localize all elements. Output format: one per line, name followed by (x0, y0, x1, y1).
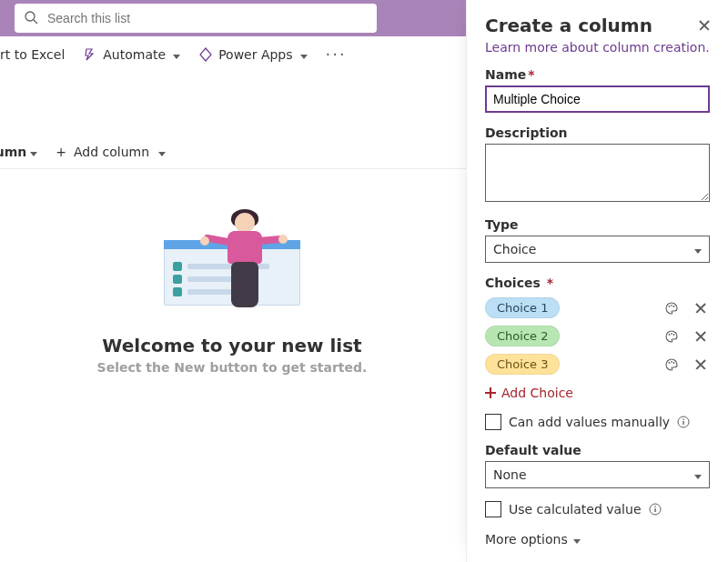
choices-label: Choices * (485, 276, 710, 290)
chevron-down-icon (158, 145, 166, 159)
add-choice-button[interactable]: Add Choice (485, 386, 573, 400)
type-value: Choice (493, 242, 536, 256)
svg-rect-12 (682, 421, 683, 425)
empty-state: Welcome to your new list Select the New … (0, 209, 464, 375)
plus-icon (485, 387, 496, 398)
automate-label: Automate (103, 47, 166, 62)
svg-point-8 (669, 362, 671, 364)
use-calculated-label: Use calculated value (509, 502, 642, 517)
add-choice-label: Add Choice (501, 386, 573, 400)
choice-pill[interactable]: Choice 1 (485, 297, 560, 318)
more-commands-button[interactable]: ··· (318, 45, 354, 64)
export-label: rt to Excel (0, 47, 65, 62)
svg-point-3 (671, 304, 672, 306)
flow-icon (83, 47, 97, 62)
remove-choice-button[interactable] (692, 327, 710, 346)
svg-point-9 (671, 360, 672, 362)
chevron-down-icon (173, 47, 180, 62)
remove-choice-button[interactable] (692, 356, 710, 374)
svg-point-10 (673, 362, 675, 364)
learn-more-link[interactable]: Learn more about column creation. (485, 40, 710, 55)
chevron-down-icon (694, 467, 702, 482)
empty-title: Welcome to your new list (102, 335, 361, 356)
powerapps-icon (198, 47, 213, 62)
svg-point-4 (673, 306, 675, 307)
choices-field: Choices * Choice 1Choice 2Choice 3 Add C… (485, 276, 710, 401)
chevron-down-icon (694, 242, 702, 256)
close-panel-button[interactable] (693, 15, 715, 36)
panel-title: Create a column (485, 15, 710, 36)
choice-row: Choice 2 (485, 326, 710, 346)
can-add-values-label: Can add values manually (509, 415, 670, 429)
more-options-toggle[interactable]: More options (485, 532, 581, 547)
svg-rect-16 (654, 506, 655, 507)
empty-subtitle: Select the New button to get started. (97, 360, 368, 375)
add-column-label: Add column (74, 145, 149, 159)
default-value-field: Default value None (485, 443, 710, 488)
chevron-down-icon (573, 532, 581, 547)
svg-point-5 (669, 334, 671, 336)
use-calculated-checkbox[interactable] (485, 501, 501, 517)
info-icon[interactable] (649, 503, 662, 516)
svg-point-0 (25, 12, 35, 21)
empty-illustration (164, 209, 300, 327)
close-icon (694, 302, 707, 315)
search-input[interactable] (46, 10, 373, 26)
column-header-column[interactable]: Column (0, 137, 46, 166)
choice-row: Choice 3 (485, 354, 710, 375)
powerapps-label: Power Apps (218, 47, 292, 62)
add-column-button[interactable]: + Add column (46, 137, 175, 166)
export-to-excel-button[interactable]: rt to Excel (0, 40, 72, 69)
default-value: None (493, 467, 527, 482)
description-field: Description (485, 125, 710, 205)
name-field: Name* (485, 67, 710, 113)
svg-line-1 (34, 20, 37, 24)
svg-point-7 (673, 334, 675, 336)
info-icon[interactable] (677, 416, 690, 428)
automate-button[interactable]: Automate (76, 40, 187, 69)
can-add-values-checkbox[interactable] (485, 414, 501, 430)
description-input[interactable] (485, 144, 710, 202)
choice-pill[interactable]: Choice 2 (485, 326, 560, 346)
close-icon (694, 330, 707, 343)
column-header-label: Column (0, 145, 26, 159)
svg-rect-13 (682, 418, 683, 419)
can-add-values-row: Can add values manually (485, 414, 710, 430)
type-select[interactable]: Choice (485, 236, 710, 263)
description-label: Description (485, 125, 710, 140)
remove-choice-button[interactable] (692, 299, 710, 317)
name-label: Name* (485, 67, 710, 82)
svg-rect-15 (654, 508, 655, 512)
default-value-select[interactable]: None (485, 461, 710, 488)
search-icon (24, 10, 38, 27)
close-icon (698, 19, 711, 32)
create-column-panel: Create a column Learn more about column … (466, 0, 728, 562)
type-label: Type (485, 217, 710, 232)
palette-icon[interactable] (662, 356, 681, 374)
palette-icon[interactable] (662, 327, 681, 346)
more-options-label: More options (485, 532, 568, 547)
choice-pill[interactable]: Choice 3 (485, 354, 560, 375)
chevron-down-icon (30, 145, 37, 159)
name-input[interactable] (485, 85, 710, 113)
powerapps-button[interactable]: Power Apps (191, 40, 314, 69)
use-calculated-row: Use calculated value (485, 501, 710, 517)
default-value-label: Default value (485, 443, 710, 457)
close-icon (694, 358, 707, 371)
choice-row: Choice 1 (485, 297, 710, 318)
type-field: Type Choice (485, 217, 710, 263)
svg-point-6 (671, 332, 672, 334)
search-box[interactable] (15, 4, 377, 33)
chevron-down-icon (300, 47, 308, 62)
svg-point-2 (669, 306, 671, 307)
plus-icon: + (56, 145, 66, 159)
palette-icon[interactable] (662, 299, 681, 317)
